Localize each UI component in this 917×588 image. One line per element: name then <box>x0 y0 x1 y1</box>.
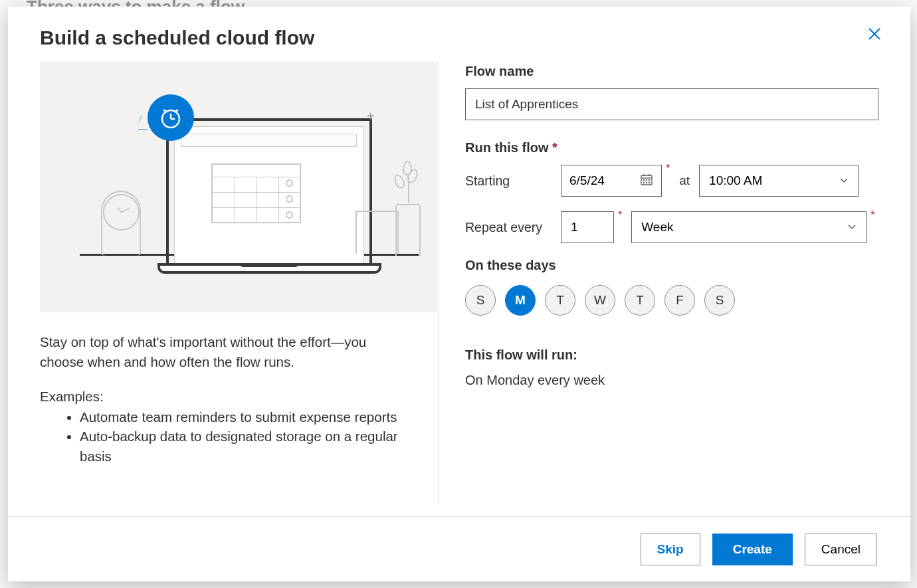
example-item: Automate team reminders to submit expens… <box>80 407 413 427</box>
starting-date-input[interactable]: 6/5/24 <box>561 165 662 197</box>
chevron-down-icon <box>839 173 849 188</box>
scheduled-flow-illustration: ⟋ — + <box>40 61 439 312</box>
clock-badge-icon <box>148 94 194 141</box>
day-selector: S M T W T F S <box>465 285 878 316</box>
right-column: Flow name Run this flow * Starting 6/5/2… <box>465 61 878 503</box>
svg-line-6 <box>175 110 178 112</box>
svg-point-16 <box>649 182 649 183</box>
starting-time-value: 10:00 AM <box>709 173 762 188</box>
chevron-down-icon <box>847 220 857 235</box>
day-thursday[interactable]: T <box>625 285 655 316</box>
repeat-row: Repeat every * Week * <box>465 211 878 243</box>
repeat-unit-select[interactable]: Week <box>631 211 866 243</box>
svg-line-5 <box>163 110 167 112</box>
skip-button[interactable]: Skip <box>641 534 700 565</box>
repeat-label: Repeat every <box>465 220 552 235</box>
day-tuesday[interactable]: T <box>545 285 575 316</box>
run-summary: This flow will run: On Monday every week <box>465 342 878 393</box>
starting-time-select[interactable]: 10:00 AM <box>699 165 859 197</box>
examples-label: Examples: <box>40 389 413 405</box>
starting-label: Starting <box>465 173 552 189</box>
repeat-unit-value: Week <box>641 220 673 235</box>
modal-footer: Skip Create Cancel <box>8 516 910 581</box>
example-item: Auto-backup data to designated storage o… <box>80 427 413 466</box>
day-wednesday[interactable]: W <box>585 285 615 316</box>
run-summary-head: This flow will run: <box>465 342 878 367</box>
left-column: ⟋ — + Stay on top of what's important wi… <box>40 61 439 503</box>
modal-title: Build a scheduled cloud flow <box>40 27 314 49</box>
create-button[interactable]: Create <box>712 534 793 565</box>
scheduled-flow-modal: Build a scheduled cloud flow <box>8 7 910 581</box>
flow-name-label: Flow name <box>465 64 878 79</box>
calendar-icon <box>640 173 653 189</box>
day-friday[interactable]: F <box>664 285 695 316</box>
svg-point-12 <box>646 179 647 180</box>
day-monday[interactable]: M <box>505 285 536 316</box>
days-label: On these days <box>465 258 878 273</box>
flow-name-input[interactable] <box>465 88 878 120</box>
run-flow-label: Run this flow * <box>465 140 878 155</box>
day-saturday[interactable]: S <box>704 285 735 316</box>
svg-point-15 <box>646 182 647 183</box>
run-summary-text: On Monday every week <box>465 367 878 393</box>
modal-header: Build a scheduled cloud flow <box>8 7 910 61</box>
repeat-count-input[interactable] <box>561 211 614 243</box>
modal-body: ⟋ — + Stay on top of what's important wi… <box>8 61 910 516</box>
starting-row: Starting 6/5/24 * at <box>465 165 878 197</box>
svg-point-14 <box>643 182 644 183</box>
svg-point-11 <box>643 179 644 180</box>
examples-list: Automate team reminders to submit expens… <box>40 407 413 466</box>
close-button[interactable] <box>864 23 885 45</box>
at-label: at <box>679 173 690 188</box>
cancel-button[interactable]: Cancel <box>805 534 877 565</box>
description-text: Stay on top of what's important without … <box>40 332 413 373</box>
day-sunday[interactable]: S <box>465 285 496 316</box>
close-icon <box>867 27 882 41</box>
svg-point-13 <box>649 179 649 180</box>
starting-date-value: 6/5/24 <box>569 173 605 188</box>
